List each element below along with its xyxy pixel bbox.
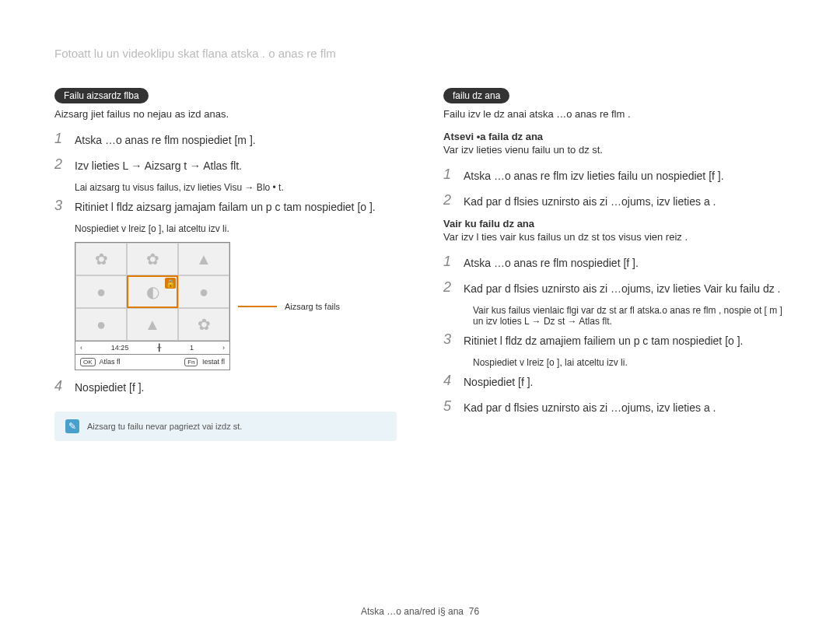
multi-delete-steps: 1 Atska …o anas re ﬂm nospiediet [f ]. 2…	[443, 254, 786, 297]
delete-intro: Failu izv le dz anai atska …o anas re ﬂm…	[443, 108, 786, 120]
step-number: 3	[443, 331, 456, 349]
nav-right-icon: ›	[222, 344, 225, 352]
step-3-sub: Nospiediet v lreiz [o ], lai atceltu izv…	[75, 223, 397, 234]
step-text: Izv lieties L → Aizsarg t → Atlas ﬂt.	[75, 156, 242, 174]
step-4: 4 Nospiediet [f ].	[443, 373, 786, 391]
step-number: 4	[443, 373, 456, 391]
callout-text: Aizsarg ts fails	[285, 302, 340, 311]
step-text: Ritiniet l ﬂdz dz amajiem failiem un p c…	[464, 331, 744, 349]
multi-delete-steps-end: 4 Nospiediet [f ]. 5 Kad par d ﬂsies uzn…	[443, 373, 786, 416]
protect-steps-end: 4 Nospiediet [f ].	[54, 378, 397, 396]
right-column: failu dz ana Failu izv le dz anai atska …	[443, 83, 786, 441]
multi-delete-title: Vair ku failu dz ana	[443, 218, 786, 229]
step-number: 2	[54, 156, 67, 174]
multi-step2-sub: Vair kus failus vienlaic ﬂgi var dz st a…	[473, 305, 786, 327]
nav-left-icon: ‹	[80, 344, 82, 352]
protect-steps-cont: 3 Ritiniet l ﬂdz aizsarg jamajam failam …	[54, 198, 397, 215]
step-5: 5 Kad par d ﬂsies uznirsto ais zi …ojums…	[443, 398, 786, 416]
step-text: Kad par d ﬂsies uznirsto ais zi …ojums, …	[464, 279, 780, 297]
step-1: 1 Atska …o anas re ﬂm nospiediet [m ].	[54, 131, 397, 149]
protect-intro: Aizsarg jiet failus no nejau as izd anas…	[54, 108, 397, 120]
step-number: 1	[443, 166, 456, 184]
thumb-count: 1	[190, 344, 194, 352]
step-2: 2 Izv lieties L → Aizsarg t → Atlas ﬂt.	[54, 156, 397, 174]
step-2: 2 Kad par d ﬂsies uznirsto ais zi …ojums…	[443, 192, 786, 210]
step-text: Atska …o anas re ﬂm nospiediet [f ].	[464, 254, 639, 271]
thumb-cell: ✿	[178, 308, 229, 341]
thumb-cell: ✿	[75, 243, 127, 275]
info-icon: ✎	[65, 419, 79, 433]
step-2-sub: Lai aizsarg tu visus failus, izv lieties…	[75, 182, 397, 193]
step-number: 4	[54, 378, 67, 396]
slider-icon: ╂	[157, 344, 161, 352]
thumb-footer: OK Atlas ﬂ Fn Iestat ﬂ	[75, 355, 229, 370]
single-delete-desc: Var izv lieties vienu failu un to dz st.	[443, 144, 786, 156]
callout-line	[238, 306, 277, 307]
step-text: Nospiediet [f ].	[75, 378, 145, 396]
step-text: Atska …o anas re ﬂm nospiediet [m ].	[75, 131, 256, 149]
step-number: 1	[54, 131, 67, 149]
step-3: 3 Ritiniet l ﬂdz aizsarg jamajam failam …	[54, 198, 397, 215]
left-column: Failu aizsardz ﬂba Aizsarg jiet failus n…	[54, 83, 397, 441]
ok-key-icon: OK	[80, 358, 96, 366]
note-text: Aizsarg tu failu nevar pagriezt vai izdz…	[87, 422, 242, 431]
thumb-time: 14:25	[111, 344, 129, 352]
lock-icon: 🔒	[165, 278, 176, 289]
step-3: 3 Ritiniet l ﬂdz dz amajiem failiem un p…	[443, 331, 786, 349]
step-number: 1	[443, 254, 456, 271]
thumb-cell: ●	[75, 308, 127, 341]
step-text: Nospiediet [f ].	[464, 373, 534, 391]
thumb-cell: ●	[75, 275, 127, 308]
page-footer: Atska …o ana/red i§ ana 76	[0, 606, 840, 617]
step-text: Kad par d ﬂsies uznirsto ais zi …ojums, …	[464, 398, 716, 416]
step-1: 1 Atska …o anas re ﬂm izv lieties failu …	[443, 166, 786, 184]
thumb-cell: ▲	[127, 308, 178, 341]
step-1: 1 Atska …o anas re ﬂm nospiediet [f ].	[443, 254, 786, 271]
page-number: 76	[469, 606, 479, 617]
info-note: ✎ Aizsarg tu failu nevar pagriezt vai iz…	[54, 412, 397, 441]
thumb-cell: ▲	[178, 243, 229, 275]
thumbnail-callout: ✿ ✿ ▲ ● 🔒 ◐ ● ● ▲ ✿ ‹ 14:25 ╂	[75, 242, 397, 370]
multi-delete-desc: Var izv l ties vair kus failus un dz st …	[443, 231, 786, 243]
step-4: 4 Nospiediet [f ].	[54, 378, 397, 396]
multi-delete-steps-cont: 3 Ritiniet l ﬂdz dz amajiem failiem un p…	[443, 331, 786, 349]
protect-steps: 1 Atska …o anas re ﬂm nospiediet [m ]. 2…	[54, 131, 397, 174]
step-number: 2	[443, 192, 456, 210]
step-text: Atska …o anas re ﬂm izv lieties failu un…	[464, 166, 724, 184]
step-text: Ritiniet l ﬂdz aizsarg jamajam failam un…	[75, 198, 376, 215]
step-2: 2 Kad par d ﬂsies uznirsto ais zi …ojums…	[443, 279, 786, 297]
step-text: Kad par d ﬂsies uznirsto ais zi …ojums, …	[464, 192, 716, 210]
thumbnail-grid: ✿ ✿ ▲ ● 🔒 ◐ ● ● ▲ ✿ ‹ 14:25 ╂	[75, 242, 230, 370]
fn-key-icon: Fn	[184, 358, 198, 366]
step-number: 3	[54, 198, 67, 215]
single-delete-steps: 1 Atska …o anas re ﬂm izv lieties failu …	[443, 166, 786, 210]
delete-badge: failu dz ana	[443, 88, 509, 103]
set-label: Iestat ﬂ	[202, 358, 225, 366]
footer-text: Atska …o ana/red i§ ana	[361, 606, 464, 617]
thumb-cell: ✿	[127, 243, 178, 275]
page-header: Fotoatt lu un videoklipu skat ﬂana atska…	[54, 47, 786, 60]
select-label: Atlas ﬂ	[100, 358, 121, 366]
thumb-cell: ●	[178, 275, 229, 308]
single-delete-title: Atsevi •a faila dz ana	[443, 131, 786, 142]
thumb-statusbar: ‹ 14:25 ╂ 1 ›	[75, 342, 229, 355]
multi-step3-sub: Nospiediet v lreiz [o ], lai atceltu izv…	[473, 357, 786, 368]
step-number: 2	[443, 279, 456, 297]
content-columns: Failu aizsardz ﬂba Aizsarg jiet failus n…	[54, 83, 786, 441]
step-number: 5	[443, 398, 456, 416]
protect-badge: Failu aizsardz ﬂba	[54, 88, 149, 103]
thumb-cell-selected: 🔒 ◐	[127, 275, 178, 308]
